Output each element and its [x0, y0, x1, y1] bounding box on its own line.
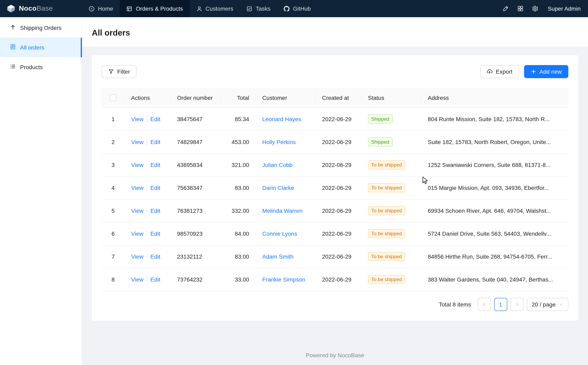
nocobase-logo-icon — [7, 4, 15, 13]
view-link[interactable]: View — [131, 116, 143, 122]
status-tag: To be shipped — [368, 275, 405, 284]
prev-page-button[interactable] — [478, 298, 491, 311]
created-at-cell: 2022-06-29 — [316, 154, 361, 176]
next-page-button[interactable] — [510, 298, 523, 311]
customer-link[interactable]: Holly Perkins — [262, 139, 296, 145]
top-nav: NocoBase HomeOrders & ProductsCustomersT… — [0, 0, 588, 17]
page-size-value: 20 / page — [532, 301, 556, 308]
nav-item-github[interactable]: GitHub — [277, 0, 317, 17]
customer-cell: Darin Clarke — [256, 176, 316, 199]
nav-item-tasks[interactable]: Tasks — [240, 0, 277, 17]
status-cell: To be shipped — [361, 176, 421, 199]
row-actions: ViewEdit — [124, 268, 170, 291]
user-name[interactable]: Super Admin — [548, 5, 581, 12]
view-link[interactable]: View — [131, 162, 143, 168]
filter-button[interactable]: Filter — [102, 65, 137, 78]
row-index: 8 — [102, 268, 124, 291]
nav-item-label: Orders & Products — [136, 5, 183, 12]
select-all-checkbox[interactable] — [110, 95, 116, 101]
sidebar-item-shipping-orders[interactable]: Shipping Orders — [0, 18, 81, 38]
edit-link[interactable]: Edit — [150, 253, 160, 260]
edit-link[interactable]: Edit — [150, 230, 160, 237]
edit-link[interactable]: Edit — [150, 276, 160, 283]
logo-text: NocoBase — [19, 5, 53, 13]
nav-item-orders-products[interactable]: Orders & Products — [120, 0, 189, 17]
nocobase-logo[interactable]: NocoBase — [0, 0, 82, 17]
created-at-cell: 2022-06-29 — [316, 268, 361, 291]
table-row-1: 1ViewEdit3847564785.34Leonard Hayes2022-… — [102, 108, 568, 131]
table-row-5: 5ViewEdit76381273332.00Melinda Warren202… — [102, 199, 568, 222]
customer-cell: Leonard Hayes — [256, 108, 316, 131]
table-row-8: 8ViewEdit7376423233.00Frankie Simpson202… — [102, 268, 568, 291]
orders-table-body: 1ViewEdit3847564785.34Leonard Hayes2022-… — [102, 108, 568, 291]
customer-link[interactable]: Connie Lyons — [262, 230, 297, 237]
customer-link[interactable]: Frankie Simpson — [262, 276, 305, 283]
header-action-icons — [500, 2, 541, 15]
edit-link[interactable]: Edit — [150, 162, 160, 168]
view-link[interactable]: View — [131, 139, 143, 145]
customer-link[interactable]: Adam Smith — [262, 253, 294, 260]
nav-item-home[interactable]: Home — [82, 0, 120, 17]
status-cell: To be shipped — [361, 199, 421, 222]
view-link[interactable]: View — [131, 276, 143, 283]
settings-button[interactable] — [529, 2, 541, 15]
total-cell: 332.00 — [221, 199, 256, 222]
page-1-button[interactable]: 1 — [494, 298, 507, 311]
total-cell: 85.34 — [221, 108, 256, 131]
sidebar-item-products[interactable]: Products — [0, 57, 81, 77]
status-cell: Shipped — [361, 108, 421, 131]
table-row-7: 7ViewEdit2313211283.00Adam Smith2022-06-… — [102, 245, 568, 268]
view-link[interactable]: View — [131, 253, 143, 260]
table-row-6: 6ViewEdit9857092384.00Connie Lyons2022-0… — [102, 222, 568, 245]
customer-link[interactable]: Melinda Warren — [262, 207, 303, 214]
customer-cell: Julian Cobb — [256, 154, 316, 176]
action-divider — [147, 277, 147, 282]
view-link[interactable]: View — [131, 184, 143, 191]
list-icon — [10, 63, 16, 71]
action-divider — [147, 208, 147, 214]
view-link[interactable]: View — [131, 207, 143, 214]
edit-link[interactable]: Edit — [150, 139, 160, 145]
orders-card: Filter Export Add new — [92, 55, 578, 321]
total-cell: 33.00 — [221, 268, 256, 291]
row-actions: ViewEdit — [124, 199, 170, 222]
total-cell: 83.00 — [221, 245, 256, 268]
order-number-cell: 74829847 — [170, 131, 221, 154]
customer-link[interactable]: Darin Clarke — [262, 184, 294, 191]
customer-cell: Adam Smith — [256, 245, 316, 268]
edit-link[interactable]: Edit — [150, 184, 160, 191]
sidebar-item-label: Products — [20, 64, 43, 70]
status-cell: To be shipped — [361, 268, 421, 291]
row-actions: ViewEdit — [124, 154, 170, 176]
pagination-total: Total 8 items — [439, 301, 471, 308]
row-actions: ViewEdit — [124, 222, 170, 245]
plugins-button[interactable] — [514, 2, 527, 15]
customer-link[interactable]: Julian Cobb — [262, 162, 293, 168]
sidebar-item-label: All orders — [20, 44, 44, 51]
table-toolbar: Filter Export Add new — [102, 65, 568, 78]
status-tag: Shipped — [368, 138, 392, 147]
chevron-left-icon — [482, 302, 486, 307]
status-cell: Shipped — [361, 131, 421, 154]
status-tag: To be shipped — [368, 160, 405, 169]
column-header-created-at: Created at — [316, 88, 361, 108]
status-cell: To be shipped — [361, 154, 421, 176]
export-button[interactable]: Export — [480, 65, 519, 78]
gear-icon — [532, 5, 538, 12]
view-link[interactable]: View — [131, 230, 143, 237]
ui-editor-button[interactable] — [500, 2, 512, 15]
nav-item-customers[interactable]: Customers — [189, 0, 240, 17]
column-header-actions: Actions — [124, 88, 170, 108]
customers-icon — [196, 6, 202, 12]
edit-link[interactable]: Edit — [150, 207, 160, 214]
column-header-total: Total — [221, 88, 256, 108]
address-cell: Suite 182, 15783, North Robert, Oregon, … — [421, 131, 568, 154]
customer-cell: Melinda Warren — [256, 199, 316, 222]
page-size-select[interactable]: 20 / page — [527, 298, 568, 311]
sidebar-item-all-orders[interactable]: All orders — [0, 38, 81, 57]
customer-link[interactable]: Leonard Hayes — [262, 116, 301, 122]
status-tag: To be shipped — [368, 206, 405, 215]
add-new-button[interactable]: Add new — [524, 65, 568, 78]
page-header: All orders — [82, 17, 588, 47]
edit-link[interactable]: Edit — [150, 116, 160, 122]
